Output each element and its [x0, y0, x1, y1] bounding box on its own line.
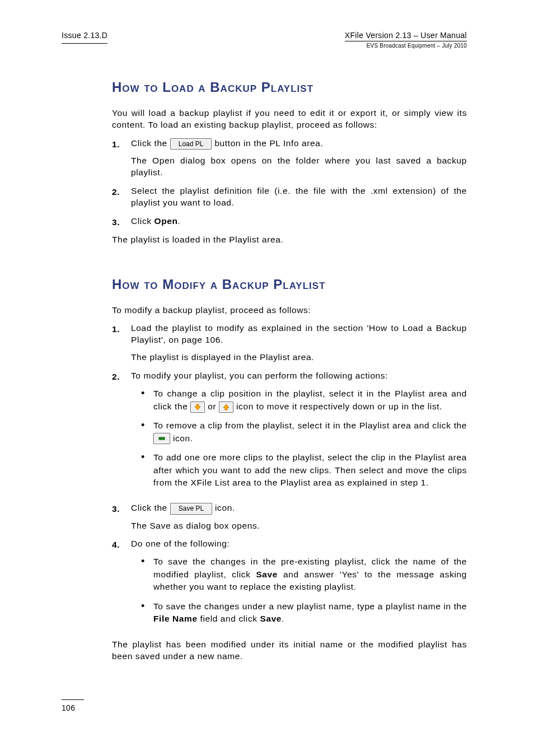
step-number: 2.	[112, 185, 131, 197]
step-number: 1.	[112, 138, 131, 150]
step-number: 4.	[112, 538, 131, 550]
header-subtitle: EVS Broadcast Equipment – July 2010	[345, 41, 467, 49]
step-number: 1.	[112, 323, 131, 334]
text: field and click	[198, 614, 260, 623]
step-number: 3.	[112, 216, 131, 227]
bullet-item: To save the changes in the pre-existing …	[141, 556, 467, 593]
bullet-item: To remove a clip from the playlist, sele…	[141, 419, 467, 445]
text: .	[282, 614, 284, 623]
section2-outro: The playlist has been modified under its…	[112, 639, 467, 662]
section-title-modify: How to Modify a Backup Playlist	[112, 277, 467, 292]
step-number: 3.	[112, 502, 131, 514]
text: Click	[131, 216, 154, 226]
step-text: Do one of the following:	[131, 538, 467, 550]
page-header: Issue 2.13.D XFile Version 2.13 – User M…	[62, 31, 467, 49]
section2-steps: 1. Load the playlist to modify as explai…	[112, 323, 467, 632]
step-text: Click the Save PL icon.	[131, 502, 467, 514]
page-number: 106	[62, 699, 84, 712]
text: Click the	[131, 503, 170, 512]
filename-label: File Name	[153, 614, 198, 623]
text: .	[178, 216, 181, 226]
step-text: Load the playlist to modify as explained…	[131, 323, 467, 346]
open-label: Open	[154, 216, 178, 226]
text: icon.	[170, 433, 193, 443]
move-up-icon[interactable]	[219, 402, 233, 413]
text: icon to move it respectively down or up …	[233, 402, 442, 411]
section-title-load: How to Load a Backup Playlist	[112, 80, 467, 95]
header-title: XFile Version 2.13 – User Manual	[345, 31, 467, 41]
text: To save the changes under a new playlist…	[153, 601, 467, 611]
step-text: To modify your playlist, you can perform…	[131, 370, 467, 382]
bullet-item: To add one ore more clips to the playlis…	[141, 451, 467, 489]
bullet-item: To change a clip position in the playlis…	[141, 388, 467, 413]
save-pl-button[interactable]: Save PL	[170, 503, 212, 514]
save-label: Save	[256, 570, 278, 579]
step-text: The Save as dialog box opens.	[131, 520, 467, 532]
remove-clip-icon[interactable]	[153, 433, 170, 444]
header-issue: Issue 2.13.D	[62, 31, 107, 44]
text: icon.	[212, 503, 235, 512]
step-text: Select the playlist definition file (i.e…	[131, 185, 467, 209]
step-text: The Open dialog box opens on the folder …	[131, 155, 467, 179]
section1-steps: 1. Click the Load PL button in the PL In…	[112, 138, 467, 227]
header-right: XFile Version 2.13 – User Manual EVS Bro…	[345, 31, 467, 49]
load-pl-button[interactable]: Load PL	[170, 138, 212, 150]
step-number: 2.	[112, 370, 131, 382]
text: or	[205, 402, 219, 411]
bullet-item: To save the changes under a new playlist…	[141, 600, 467, 626]
section2-intro: To modify a backup playlist, proceed as …	[112, 305, 467, 316]
text: To remove a clip from the playlist, sele…	[153, 421, 467, 430]
save-label: Save	[260, 614, 282, 623]
section1-intro: You will load a backup playlist if you n…	[112, 108, 467, 131]
text: Click the	[131, 138, 170, 148]
move-down-icon[interactable]	[190, 402, 205, 413]
step-text: Click the Load PL button in the PL Info …	[131, 138, 467, 150]
step-text: Click Open.	[131, 216, 467, 227]
svg-rect-1	[159, 437, 165, 440]
step-text: The playlist is displayed in the Playlis…	[131, 352, 467, 363]
section1-outro: The playlist is loaded in the Playlist a…	[112, 234, 467, 246]
text: button in the PL Info area.	[212, 138, 323, 148]
